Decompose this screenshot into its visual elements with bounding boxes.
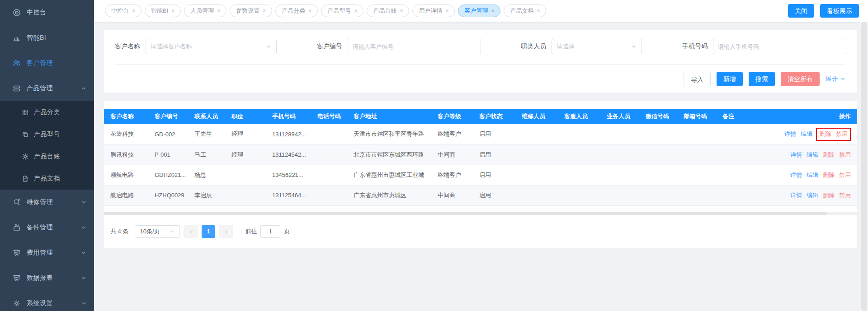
sidebar-item-product-mgmt[interactable]: 产品管理 bbox=[0, 76, 94, 101]
column-header: 客户状态 bbox=[473, 109, 515, 124]
detail-link[interactable]: 详情 bbox=[784, 130, 796, 137]
delete-link[interactable]: 删除 bbox=[823, 172, 835, 178]
next-page-button[interactable]: › bbox=[219, 225, 233, 238]
add-button[interactable]: 新增 bbox=[717, 72, 743, 86]
vertical-scrollbar-thumb[interactable] bbox=[861, 22, 867, 311]
board-display-button[interactable]: 看板展示 bbox=[820, 4, 859, 18]
vertical-scrollbar[interactable] bbox=[860, 22, 868, 311]
sidebar-item-label: 产品管理 bbox=[27, 84, 80, 93]
tab-参数设置[interactable]: 参数设置× bbox=[230, 5, 272, 17]
tab-用户详情[interactable]: 用户详情× bbox=[412, 5, 455, 17]
tab-close-icon[interactable]: × bbox=[171, 8, 175, 14]
sidebar-item-console[interactable]: 中控台 bbox=[0, 0, 94, 25]
tab-label: 中控台 bbox=[111, 7, 129, 15]
tab-close-icon[interactable]: × bbox=[263, 8, 266, 14]
edit-link[interactable]: 编辑 bbox=[807, 151, 818, 158]
chevron-down-icon bbox=[80, 275, 87, 281]
table-cell bbox=[600, 165, 639, 185]
tab-中控台[interactable]: 中控台× bbox=[105, 5, 142, 17]
tab-close-icon[interactable]: × bbox=[537, 8, 540, 14]
tab-close-icon[interactable]: × bbox=[217, 8, 220, 14]
table-row: 领航电路GDHZ021...杨总13456221...广东省惠州市惠城区工业城终… bbox=[104, 165, 857, 185]
disable-link[interactable]: 禁用 bbox=[839, 192, 851, 199]
sidebar-item-spare-parts-mgmt[interactable]: 备件管理 bbox=[0, 215, 94, 240]
table-cell: 启用 bbox=[473, 185, 515, 205]
sidebar-item-product-doc[interactable]: 产品文档 bbox=[0, 167, 94, 190]
tab-close-icon[interactable]: × bbox=[400, 8, 403, 14]
table-card: 客户名称客户编号联系人员职位手机号码电话号码客户地址客户等级客户状态维修人员客服… bbox=[104, 101, 857, 248]
detail-link[interactable]: 详情 bbox=[790, 151, 802, 158]
disable-link[interactable]: 禁用 bbox=[839, 172, 851, 178]
column-header: 微信号码 bbox=[639, 109, 677, 124]
customer-code-input[interactable] bbox=[353, 43, 476, 50]
goto-suffix: 页 bbox=[284, 227, 290, 236]
table-cell: P-001 bbox=[148, 144, 188, 165]
expand-label: 展开 bbox=[826, 75, 838, 83]
tab-close-icon[interactable]: × bbox=[445, 8, 448, 14]
customer-name-select[interactable]: 请选择客户名称 bbox=[146, 39, 277, 54]
tab-close-icon[interactable]: × bbox=[308, 8, 311, 14]
column-header: 操作 bbox=[770, 109, 857, 124]
table-cell: 中间商 bbox=[431, 185, 473, 205]
horizontal-scrollbar-thumb[interactable] bbox=[104, 212, 827, 215]
table-cell bbox=[225, 185, 266, 205]
delete-link[interactable]: 删除 bbox=[823, 192, 835, 199]
table-cell bbox=[639, 165, 677, 185]
tab-智能BI[interactable]: 智能BI× bbox=[145, 5, 181, 17]
tab-人员管理[interactable]: 人员管理× bbox=[184, 5, 226, 17]
tab-close-icon[interactable]: × bbox=[132, 8, 135, 14]
edit-link[interactable]: 编辑 bbox=[801, 130, 812, 137]
clear-all-button[interactable]: 清空所有 bbox=[781, 72, 820, 86]
sidebar-item-smart-bi[interactable]: 智能BI bbox=[0, 25, 94, 51]
sidebar-item-product-model[interactable]: 产品型号 bbox=[0, 123, 94, 145]
search-button[interactable]: 搜索 bbox=[749, 72, 775, 86]
column-header: 客户等级 bbox=[431, 109, 473, 124]
delete-link[interactable]: 删除 bbox=[820, 130, 831, 137]
edit-link[interactable]: 编辑 bbox=[807, 172, 818, 178]
sidebar-item-system-settings[interactable]: 系统设置 bbox=[0, 291, 94, 311]
delete-link[interactable]: 删除 bbox=[823, 151, 835, 158]
tab-产品型号[interactable]: 产品型号× bbox=[321, 5, 363, 17]
goto-page-input[interactable] bbox=[260, 225, 280, 238]
table-cell: 北京市市辖区东城区西环路 bbox=[347, 144, 431, 165]
customer-name-field: 客户名称 请选择客户名称 bbox=[115, 39, 277, 54]
tab-bar: 中控台×智能BI×人员管理×参数设置×产品分类×产品型号×产品台账×用户详情×客… bbox=[94, 0, 868, 22]
table-cell: 131128942... bbox=[266, 124, 311, 144]
sidebar-item-product-ledger[interactable]: 产品台账 bbox=[0, 145, 94, 167]
horizontal-scrollbar[interactable] bbox=[104, 212, 857, 215]
sidebar-item-label: 维修管理 bbox=[27, 198, 80, 206]
sidebar-item-expense-mgmt[interactable]: 费用管理 bbox=[0, 240, 94, 265]
tab-产品分类[interactable]: 产品分类× bbox=[275, 5, 318, 17]
disable-link[interactable]: 禁用 bbox=[839, 151, 851, 158]
filter-buttons: 导入 新增 搜索 清空所有 展开 bbox=[115, 65, 846, 86]
close-button[interactable]: 关闭 bbox=[788, 4, 814, 18]
import-button[interactable]: 导入 bbox=[684, 72, 711, 86]
tab-产品文档[interactable]: 产品文档× bbox=[504, 5, 546, 17]
staff-type-field: 职类人员 请选择 bbox=[521, 39, 642, 54]
tab-客户管理[interactable]: 客户管理× bbox=[458, 5, 500, 17]
edit-link[interactable]: 编辑 bbox=[807, 192, 818, 199]
sidebar-item-repair-mgmt[interactable]: 维修管理 bbox=[0, 190, 94, 215]
sidebar-item-data-report[interactable]: 数据报表 bbox=[0, 265, 94, 291]
sidebar-item-product-category[interactable]: 产品分类 bbox=[0, 101, 94, 123]
tab-close-icon[interactable]: × bbox=[491, 8, 494, 14]
table-cell bbox=[677, 124, 716, 144]
detail-link[interactable]: 详情 bbox=[790, 172, 802, 178]
board-icon bbox=[12, 248, 21, 257]
disable-link[interactable]: 禁用 bbox=[836, 130, 848, 137]
tab-产品台账[interactable]: 产品台账× bbox=[367, 5, 409, 17]
sidebar-item-label: 产品文档 bbox=[34, 175, 87, 183]
phone-input[interactable] bbox=[718, 43, 841, 50]
staff-type-select[interactable]: 请选择 bbox=[552, 39, 642, 54]
page-1-button[interactable]: 1 bbox=[202, 225, 215, 238]
detail-link[interactable]: 详情 bbox=[790, 192, 802, 199]
sidebar-item-customer-mgmt[interactable]: 客户管理 bbox=[0, 51, 94, 76]
page-size-select[interactable]: 10条/页 bbox=[135, 225, 180, 238]
tab-close-icon[interactable]: × bbox=[354, 8, 357, 14]
row-actions: 详情编辑删除禁用 bbox=[770, 185, 857, 205]
prev-page-button[interactable]: ‹ bbox=[184, 225, 198, 238]
sidebar-item-label: 客户管理 bbox=[27, 59, 87, 67]
table-cell bbox=[515, 185, 558, 205]
sidebar-item-label: 智能BI bbox=[27, 34, 87, 42]
expand-link[interactable]: 展开 bbox=[826, 75, 846, 83]
